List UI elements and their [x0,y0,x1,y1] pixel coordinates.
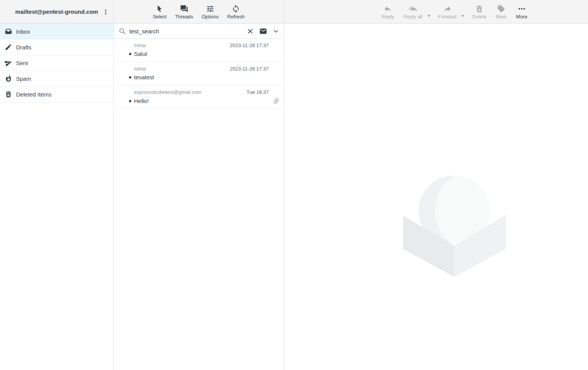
trash-icon [5,90,12,98]
folder-label: Drafts [16,44,31,51]
message-date: 2023-11-28 17:37 [230,66,269,72]
reply-all-button[interactable]: Reply all [402,5,425,19]
select-button[interactable]: Select [151,5,168,19]
delete-button[interactable]: Delete [470,5,488,19]
options-button[interactable]: Options [200,5,221,19]
sidebar: mailtest@pentest-ground.com Inbox Drafts [0,0,114,370]
message-sender: mihai [134,43,227,48]
refresh-button[interactable]: Refresh [225,5,247,19]
button-label: Delete [472,14,487,19]
chat-bubbles-icon [180,5,188,13]
account-email: mailtest@pentest-ground.com [15,8,98,15]
button-label: Options [202,14,219,19]
trash-icon [475,5,483,13]
message-row[interactable]: exproundcubetest@gmail.com Tue 16:37 Hel… [114,85,284,109]
message-subject: tesatest [134,74,280,80]
ellipsis-icon [518,5,526,13]
threads-button[interactable]: Threads [173,5,195,19]
search-scope-envelope-icon[interactable] [259,27,267,35]
message-list: mihai 2023-11-28 17:37 Salut mihai 2023-… [114,39,284,109]
message-date: Tue 16:37 [247,89,269,95]
button-label: Mark [496,14,507,19]
message-sender: mihai [134,66,227,72]
folder-list: Inbox Drafts Sent Spam [0,24,113,102]
sidebar-item-sent[interactable]: Sent [0,55,113,71]
unread-indicator [129,53,131,55]
refresh-icon [232,5,240,13]
flame-icon [5,75,12,82]
forward-button[interactable]: Forward [436,5,459,19]
clear-search-icon[interactable] [247,28,253,34]
sliders-icon [206,5,214,13]
search-actions [247,27,279,35]
tag-icon [497,5,505,13]
webmail-app: mailtest@pentest-ground.com Inbox Drafts [0,0,588,370]
list-toolbar: Select Threads Options Refresh [114,0,284,24]
forward-icon [443,5,452,13]
search-icon[interactable] [119,28,126,35]
sidebar-item-drafts[interactable]: Drafts [0,39,113,55]
cursor-icon [155,5,164,13]
inbox-icon [5,28,12,35]
button-label: Refresh [227,14,245,19]
sidebar-item-spam[interactable]: Spam [0,71,113,87]
more-button[interactable]: More [514,5,529,19]
mark-button[interactable]: Mark [494,5,509,19]
button-label: Forward [438,14,457,19]
folder-label: Inbox [16,28,30,35]
message-subject: Hello! [134,98,273,104]
attachment-icon [273,97,280,105]
button-label: Threads [175,14,193,19]
unread-indicator [129,76,131,79]
sidebar-item-deleted-items[interactable]: Deleted Items [0,87,113,102]
folder-label: Deleted Items [16,91,52,98]
paper-plane-icon [5,59,12,67]
search-bar [114,24,284,39]
search-input[interactable] [129,28,243,34]
message-viewer [284,24,588,370]
forward-dropdown-caret-icon[interactable] [461,15,465,18]
message-list-column: Select Threads Options Refresh [114,0,284,370]
reply-icon [384,5,392,13]
message-sender: exproundcubetest@gmail.com [134,89,243,95]
sidebar-item-inbox[interactable]: Inbox [0,24,113,39]
button-label: Select [153,14,167,19]
folder-label: Sent [16,60,28,66]
message-row[interactable]: mihai 2023-11-28 17:37 tesatest [114,62,284,85]
message-toolbar: Reply Reply all [284,0,588,24]
roundcube-logo-watermark [403,175,506,277]
reply-all-dropdown-caret-icon[interactable] [427,15,431,18]
search-options-chevron-down-icon[interactable] [273,28,279,34]
folder-label: Spam [16,75,31,82]
button-label: More [516,14,528,19]
kebab-vertical-icon [102,8,109,15]
button-label: Reply all [403,14,423,19]
message-view-column: Reply Reply all [284,0,588,370]
unread-indicator [129,100,131,102]
message-subject: Salut [134,51,280,57]
sidebar-header: mailtest@pentest-ground.com [0,0,113,24]
pencil-icon [5,43,12,51]
account-menu-button[interactable] [100,0,111,24]
reply-button[interactable]: Reply [380,5,396,19]
message-row[interactable]: mihai 2023-11-28 17:37 Salut [114,39,284,62]
button-label: Reply [382,14,394,19]
message-date: 2023-11-28 17:37 [230,43,269,48]
reply-all-icon [409,5,417,13]
